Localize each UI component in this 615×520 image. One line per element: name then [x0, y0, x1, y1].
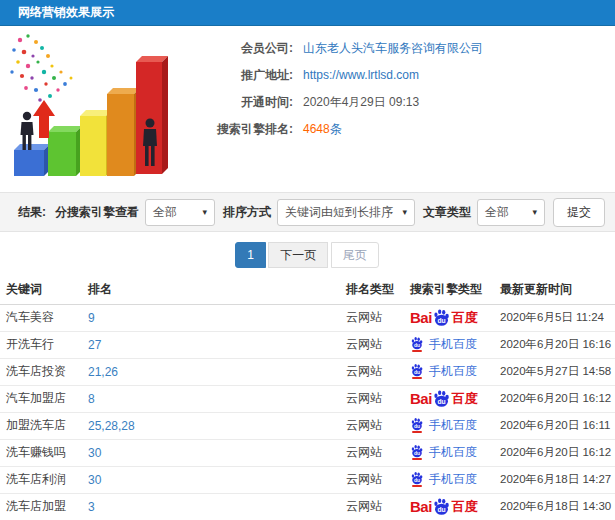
rank-cell[interactable]: 9: [82, 304, 340, 331]
field-label: 开通时间:: [185, 94, 293, 111]
caret-down-icon: ▾: [202, 207, 207, 217]
sort-select[interactable]: 关键词由短到长排序 ▾: [277, 199, 415, 226]
bar-green: [48, 126, 82, 176]
rank-cell[interactable]: 3: [82, 493, 340, 520]
rank-cell[interactable]: 30: [82, 466, 340, 493]
baidu-paw-icon: du: [410, 363, 424, 377]
keyword-cell: 洗车店利润: [0, 466, 82, 493]
header-keyword: 关键词: [0, 276, 82, 304]
update-time-cell: 2020年6月18日 14:30: [494, 493, 615, 520]
engine-cell: Baidu百度: [404, 493, 494, 520]
rank-cell[interactable]: 27: [82, 331, 340, 358]
filter-controls: 分搜索引擎查看 全部 ▾ 排序方式 关键词由短到长排序 ▾ 文章类型 全部 ▾ …: [47, 198, 605, 227]
update-time-cell: 2020年6月20日 16:11: [494, 412, 615, 439]
article-type-select-value: 全部: [485, 204, 509, 221]
caret-down-icon: ▾: [402, 207, 407, 217]
svg-text:du: du: [414, 424, 420, 429]
svg-text:du: du: [437, 317, 445, 324]
svg-text:du: du: [414, 343, 420, 348]
app-window: 网络营销效果展示: [0, 0, 615, 520]
profile-field: 推广地址:https://www.lrtlsd.com: [185, 66, 615, 84]
rank-cell[interactable]: 21,26: [82, 358, 340, 385]
rank-type-cell: 云网站: [340, 466, 404, 493]
update-time-cell: 2020年6月18日 14:27: [494, 466, 615, 493]
baidu-logo-latin: Bai: [410, 309, 432, 326]
caret-down-icon: ▾: [532, 207, 537, 217]
engine-cell: Baidu百度: [404, 304, 494, 331]
rank-cell[interactable]: 25,28,28: [82, 412, 340, 439]
table-row: 开洗车行27云网站du手机百度2020年6月20日 16:16: [0, 331, 615, 358]
svg-text:du: du: [414, 370, 420, 375]
engine-select[interactable]: 全部 ▾: [145, 199, 215, 226]
baidu-paw-icon: du: [432, 389, 451, 408]
table-row: 洗车店利润30云网站du手机百度2020年6月18日 14:27: [0, 466, 615, 493]
mobile-baidu-badge: du手机百度: [410, 417, 477, 434]
update-time-cell: 2020年6月20日 16:16: [494, 331, 615, 358]
baidu-paw-icon-wrap: du: [410, 471, 424, 487]
field-value-link[interactable]: https://www.lrtlsd.com: [303, 68, 419, 82]
table-row: 汽车加盟店8云网站Baidu百度2020年6月20日 16:12: [0, 385, 615, 412]
field-value: 4648条: [303, 121, 342, 138]
results-table: 关键词 排名 排名类型 搜索引擎类型 最新更新时间 汽车美容9云网站Baidu百…: [0, 276, 615, 520]
baidu-logo: Baidu百度: [410, 497, 478, 516]
rank-type-cell: 云网站: [340, 385, 404, 412]
keyword-cell: 洗车店加盟: [0, 493, 82, 520]
baidu-logo-cn: 百度: [452, 309, 478, 327]
header-rank-type: 排名类型: [340, 276, 404, 304]
profile-field: 会员公司:山东老人头汽车服务咨询有限公司: [185, 39, 615, 57]
rank-type-cell: 云网站: [340, 439, 404, 466]
article-type-select[interactable]: 全部 ▾: [477, 199, 545, 226]
baidu-paw-icon-wrap: du: [410, 444, 424, 460]
sort-select-value: 关键词由短到长排序: [285, 204, 393, 221]
rank-cell[interactable]: 30: [82, 439, 340, 466]
field-value: 2020年4月29日 09:13: [303, 94, 419, 111]
last-page-button[interactable]: 尾页: [331, 242, 379, 268]
table-row: 汽车美容9云网站Baidu百度2020年6月5日 11:24: [0, 304, 615, 331]
update-time-cell: 2020年6月20日 16:12: [494, 385, 615, 412]
table-row: 洗车赚钱吗30云网站du手机百度2020年6月20日 16:12: [0, 439, 615, 466]
pagination: 1 下一页 尾页: [0, 232, 615, 276]
profile-field: 开通时间:2020年4月29日 09:13: [185, 93, 615, 111]
baidu-logo-latin: Bai: [410, 498, 432, 515]
keyword-cell: 加盟洗车店: [0, 412, 82, 439]
profile-field: 搜索引擎排名:4648条: [185, 120, 615, 138]
header-rank: 排名: [82, 276, 340, 304]
mobile-baidu-label: 手机百度: [429, 417, 477, 434]
confetti-dots: [10, 34, 72, 102]
field-value-link[interactable]: 山东老人头汽车服务咨询有限公司: [303, 40, 483, 57]
keyword-cell: 开洗车行: [0, 331, 82, 358]
header-engine-type: 搜索引擎类型: [404, 276, 494, 304]
mobile-baidu-badge: du手机百度: [410, 363, 477, 380]
field-label: 搜索引擎排名:: [185, 121, 293, 138]
baidu-paw-icon: du: [410, 417, 424, 431]
page-number-1[interactable]: 1: [235, 242, 266, 268]
engine-cell: du手机百度: [404, 466, 494, 493]
page-header: 网络营销效果展示: [0, 0, 615, 26]
svg-text:du: du: [437, 506, 445, 513]
next-page-button[interactable]: 下一页: [268, 242, 328, 268]
baidu-logo: Baidu百度: [410, 308, 478, 327]
engine-filter-label: 分搜索引擎查看: [55, 204, 139, 221]
bar-orange: [107, 88, 140, 176]
rank-count-unit: 条: [330, 122, 342, 136]
paw-underline: [412, 350, 422, 352]
rank-cell[interactable]: 8: [82, 385, 340, 412]
rank-type-cell: 云网站: [340, 331, 404, 358]
mobile-baidu-badge: du手机百度: [410, 471, 477, 488]
submit-button[interactable]: 提交: [553, 198, 605, 227]
update-time-cell: 2020年6月5日 11:24: [494, 304, 615, 331]
engine-cell: du手机百度: [404, 439, 494, 466]
table-row: 洗车店投资21,26云网站du手机百度2020年5月27日 14:58: [0, 358, 615, 385]
update-time-cell: 2020年6月20日 16:12: [494, 439, 615, 466]
rank-type-cell: 云网站: [340, 304, 404, 331]
keyword-cell: 洗车赚钱吗: [0, 439, 82, 466]
baidu-paw-icon: du: [410, 444, 424, 458]
field-label: 推广地址:: [185, 67, 293, 84]
3d-bar-chart-illustration: [0, 26, 185, 192]
baidu-paw-icon: du: [410, 336, 424, 350]
baidu-logo-cn: 百度: [452, 498, 478, 516]
mobile-baidu-label: 手机百度: [429, 363, 477, 380]
baidu-logo-cn: 百度: [452, 390, 478, 408]
filter-bar: 结果: 分搜索引擎查看 全部 ▾ 排序方式 关键词由短到长排序 ▾ 文章类型 全…: [0, 192, 615, 232]
bar-blue: [14, 144, 50, 176]
